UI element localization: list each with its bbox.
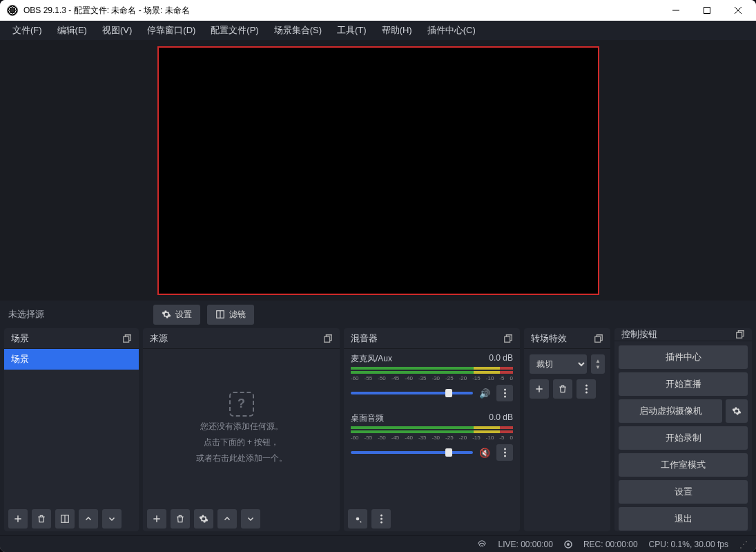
volume-meter (351, 371, 513, 374)
svg-rect-4 (324, 336, 330, 342)
studio-mode-button[interactable]: 工作室模式 (619, 453, 748, 477)
mixer-advanced-button[interactable] (348, 509, 367, 529)
cpu-status: CPU: 0.1%, 30.00 fps (649, 540, 728, 549)
channel-name: 桌面音频 (351, 412, 384, 424)
svg-rect-5 (505, 336, 510, 342)
popout-icon[interactable] (503, 334, 513, 343)
gear-icon (162, 310, 171, 319)
empty-sources-placeholder[interactable]: ? 您还没有添加任何源。 点击下面的 + 按钮， 或者右击此处添加一个。 (143, 349, 340, 506)
source-properties-button[interactable] (194, 509, 213, 529)
statusbar: LIVE: 00:00:00 REC: 00:00:00 CPU: 0.1%, … (0, 535, 756, 552)
controls-title: 控制按钮 (621, 328, 657, 341)
volume-slider[interactable] (351, 392, 473, 394)
close-button[interactable] (722, 0, 753, 21)
speaker-icon[interactable]: 🔊 (478, 388, 491, 399)
popout-icon[interactable] (594, 334, 603, 343)
sources-title: 来源 (150, 332, 168, 345)
channel-name: 麦克风/Aux (351, 353, 392, 365)
source-down-button[interactable] (241, 509, 260, 529)
menu-file[interactable]: 文件(F) (6, 21, 49, 39)
minimize-button[interactable] (660, 0, 691, 21)
mixer-dock: 混音器 麦克风/Aux 0.0 dB -60-55-50-45 (344, 328, 520, 531)
menubar: 文件(F) 编辑(E) 视图(V) 停靠窗口(D) 配置文件(P) 场景集合(S… (0, 21, 756, 40)
transitions-dock: 转场特效 裁切 ▲▼ (524, 328, 610, 531)
transition-select[interactable]: 裁切 (530, 354, 587, 374)
meter-ticks: -60-55-50-45-40-35-30-25-20-15-10-50 (351, 435, 513, 441)
mixer-title: 混音器 (351, 332, 378, 345)
svg-point-17 (585, 388, 588, 390)
menu-plugin-center[interactable]: 插件中心(C) (420, 21, 483, 39)
question-icon: ? (229, 392, 254, 417)
add-source-button[interactable] (147, 509, 166, 529)
remove-source-button[interactable] (171, 509, 190, 529)
no-source-label: 未选择源 (8, 308, 146, 321)
menu-scene-collection[interactable]: 场景集合(S) (267, 21, 329, 39)
channel-db: 0.0 dB (489, 412, 513, 424)
resize-grip-icon[interactable]: ⋰ (739, 540, 748, 549)
plugin-center-button[interactable]: 插件中心 (619, 345, 748, 369)
virtualcam-settings-button[interactable] (726, 399, 748, 423)
svg-point-6 (504, 389, 506, 391)
svg-rect-0 (704, 8, 710, 14)
window-title: OBS 29.1.3 - 配置文件: 未命名 - 场景: 未命名 (23, 5, 660, 17)
channel-menu-button[interactable] (496, 444, 513, 461)
add-scene-button[interactable] (8, 509, 28, 529)
volume-meter (351, 367, 513, 370)
live-status: LIVE: 00:00:00 (498, 540, 552, 549)
scenes-title: 场景 (11, 332, 29, 345)
obs-logo-icon (7, 5, 18, 16)
app-window: OBS 29.1.3 - 配置文件: 未命名 - 场景: 未命名 文件(F) 编… (0, 0, 756, 552)
settings-button[interactable]: 设置 (619, 480, 748, 504)
meter-ticks: -60-55-50-45-40-35-30-25-20-15-10-50 (351, 375, 513, 382)
network-icon (477, 540, 487, 549)
svg-point-8 (504, 396, 506, 398)
menu-help[interactable]: 帮助(H) (375, 21, 419, 39)
exit-button[interactable]: 退出 (619, 507, 748, 531)
remove-scene-button[interactable] (32, 509, 51, 529)
svg-point-18 (585, 392, 588, 394)
mixer-channel-mic: 麦克风/Aux 0.0 dB -60-55-50-45-40-35-30-25-… (344, 349, 520, 408)
popout-icon[interactable] (122, 334, 132, 343)
svg-point-10 (504, 452, 506, 454)
channel-menu-button[interactable] (496, 385, 513, 401)
maximize-button[interactable] (691, 0, 722, 21)
preview-canvas[interactable] (157, 46, 599, 295)
source-up-button[interactable] (217, 509, 237, 529)
add-transition-button[interactable] (530, 379, 549, 399)
popout-icon[interactable] (735, 330, 745, 339)
record-icon (564, 540, 572, 549)
source-settings-button[interactable]: 设置 (153, 305, 200, 325)
start-recording-button[interactable]: 开始录制 (619, 426, 748, 450)
scene-down-button[interactable] (102, 509, 122, 529)
menu-profile[interactable]: 配置文件(P) (204, 21, 265, 39)
speaker-muted-icon[interactable]: 🔇 (478, 448, 491, 458)
scenes-dock: 场景 场景 (4, 328, 139, 531)
transition-spinner[interactable]: ▲▼ (591, 354, 605, 374)
mixer-channel-desktop: 桌面音频 0.0 dB -60-55-50-45-40-35-30-25-20-… (344, 408, 520, 468)
transition-properties-button[interactable] (576, 379, 596, 399)
svg-point-21 (567, 543, 570, 546)
menu-edit[interactable]: 编辑(E) (50, 21, 94, 39)
svg-rect-2 (124, 336, 129, 342)
scene-up-button[interactable] (79, 509, 98, 529)
start-streaming-button[interactable]: 开始直播 (619, 372, 748, 396)
svg-rect-19 (737, 332, 742, 338)
volume-meter (351, 430, 513, 433)
source-filter-button[interactable]: 滤镜 (207, 305, 254, 325)
start-virtualcam-button[interactable]: 启动虚拟摄像机 (619, 399, 722, 423)
menu-dock[interactable]: 停靠窗口(D) (140, 21, 202, 39)
scene-item[interactable]: 场景 (4, 349, 139, 370)
menu-tools[interactable]: 工具(T) (330, 21, 374, 39)
volume-slider[interactable] (351, 451, 473, 454)
mixer-menu-button[interactable] (371, 509, 391, 529)
svg-point-13 (380, 518, 382, 520)
remove-transition-button[interactable] (553, 379, 572, 399)
popout-icon[interactable] (323, 334, 333, 343)
svg-point-12 (380, 515, 382, 517)
scene-filter-button[interactable] (55, 509, 75, 529)
svg-point-11 (504, 455, 506, 457)
preview-area (0, 40, 756, 301)
sources-dock: 来源 ? 您还没有添加任何源。 点击下面的 + 按钮， 或者右击此处添加一个。 (143, 328, 340, 531)
channel-db: 0.0 dB (489, 353, 513, 365)
menu-view[interactable]: 视图(V) (95, 21, 139, 39)
